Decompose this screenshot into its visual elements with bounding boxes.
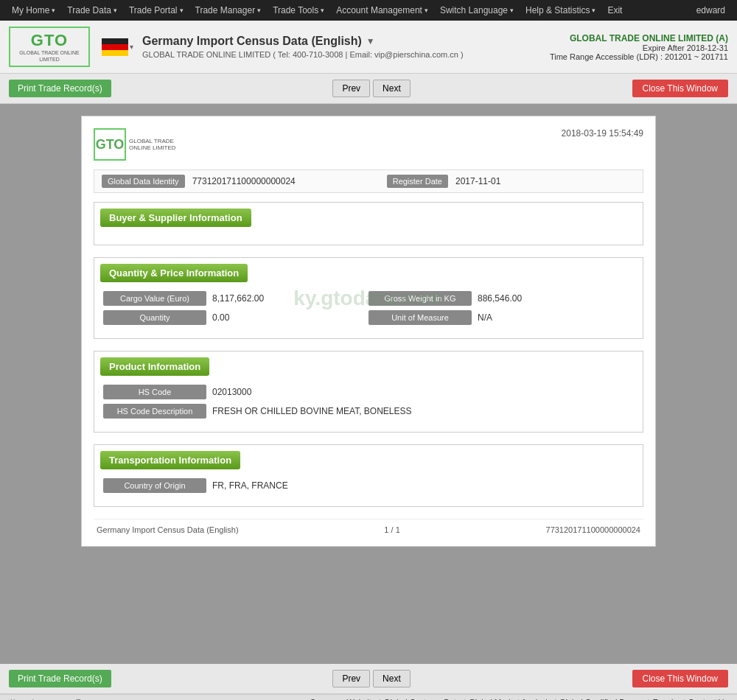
bottom-action-bar: Print Trade Record(s) Prev Next Close Th…: [0, 664, 737, 694]
record-timestamp: 2018-03-19 15:54:49: [562, 128, 643, 139]
transportation-header: Transportation Information: [100, 451, 240, 469]
footer-right: 773120171100000000024: [546, 525, 640, 534]
quantity-price-section: ky.gtodata.com Quantity & Price Informat…: [94, 257, 643, 339]
gross-weight-field: Gross Weight in KG 886,546.00: [368, 291, 634, 306]
quantity-label: Quantity: [103, 310, 206, 325]
country-origin-value: FR, FRA, FRANCE: [212, 480, 634, 491]
hs-code-desc-field-row: HS Code Description FRESH OR CHILLED BOV…: [103, 404, 634, 419]
buyer-supplier-section: Buyer & Supplier Information: [94, 202, 643, 245]
cargo-value-value: 8,117,662.00: [212, 293, 368, 304]
unit-of-measure-label: Unit of Measure: [368, 310, 472, 325]
gross-weight-value: 886,546.00: [478, 293, 634, 304]
gross-weight-label: Gross Weight in KG: [368, 291, 472, 306]
quantity-value: 0.00: [212, 312, 368, 323]
product-content: HS Code 02013000 HS Code Description FRE…: [94, 382, 643, 432]
register-date-value: 2017-11-01: [455, 176, 635, 186]
next-button-bottom[interactable]: Next: [373, 670, 411, 687]
top-action-bar: Print Trade Record(s) Prev Next Close Th…: [0, 74, 737, 104]
quantity-price-content: Cargo Value (Euro) 8,117,662.00 Gross We…: [94, 288, 643, 338]
country-origin-field-row: Country of Origin FR, FRA, FRANCE: [103, 478, 634, 493]
nav-my-home[interactable]: My Home ▾: [6, 0, 61, 21]
nav-trade-data[interactable]: Trade Data ▾: [61, 0, 123, 21]
card-logo: GTO GLOBAL TRADEONLINE LIMITED: [94, 128, 176, 161]
footer-center: 1 / 1: [384, 525, 399, 534]
header-bar: GTO GLOBAL TRADE ONLINE LIMITED ▾ German…: [0, 21, 737, 74]
hs-code-label: HS Code: [103, 385, 206, 399]
nav-trade-manager[interactable]: Trade Manager ▾: [189, 0, 268, 21]
product-section: Product Information HS Code 02013000 HS …: [94, 351, 643, 433]
unit-of-measure-value: N/A: [478, 312, 634, 323]
germany-flag: [102, 38, 128, 56]
transportation-content: Country of Origin FR, FRA, FRANCE: [94, 475, 643, 506]
icp-bar: 苏ICP备14033305号 Company Website | Global …: [0, 694, 737, 700]
hs-code-desc-label: HS Code Description: [103, 404, 206, 419]
title-dropdown-icon[interactable]: ▼: [366, 36, 375, 46]
chevron-down-icon: ▾: [510, 7, 514, 14]
nav-exit[interactable]: Exit: [601, 0, 628, 21]
close-button-top[interactable]: Close This Window: [632, 80, 728, 97]
quantity-field: Quantity 0.00: [103, 310, 368, 325]
header-subtitle: GLOBAL TRADE ONLINE LIMITED ( Tel: 400-7…: [142, 50, 550, 59]
logo-subtitle: GLOBAL TRADE ONLINE LIMITED: [15, 50, 84, 63]
identity-row: Global Data Identity 7731201711000000000…: [94, 169, 643, 193]
nav-trade-tools[interactable]: Trade Tools ▾: [267, 0, 330, 21]
register-date-label: Register Date: [387, 175, 448, 188]
nav-trade-portal[interactable]: Trade Portal ▾: [123, 0, 189, 21]
field-row-quantity: Quantity 0.00 Unit of Measure N/A: [103, 310, 634, 325]
card-header: GTO GLOBAL TRADEONLINE LIMITED 2018-03-1…: [94, 128, 643, 161]
hs-code-value: 02013000: [212, 387, 634, 397]
main-content: GTO GLOBAL TRADEONLINE LIMITED 2018-03-1…: [0, 104, 737, 664]
header-right-info: GLOBAL TRADE ONLINE LIMITED (A) Expire A…: [550, 33, 728, 61]
company-logo: GTO GLOBAL TRADE ONLINE LIMITED: [9, 27, 90, 67]
flag-dropdown-icon: ▾: [130, 43, 133, 51]
cargo-value-field: Cargo Value (Euro) 8,117,662.00: [103, 291, 368, 306]
unit-of-measure-field: Unit of Measure N/A: [368, 310, 634, 325]
close-button-bottom[interactable]: Close This Window: [632, 670, 728, 687]
chevron-down-icon: ▾: [321, 7, 324, 14]
card-footer: Germany Import Census Data (English) 1 /…: [94, 519, 643, 534]
print-button-top[interactable]: Print Trade Record(s): [9, 80, 111, 97]
chevron-down-icon: ▾: [113, 7, 117, 14]
print-button-bottom[interactable]: Print Trade Record(s): [9, 670, 111, 687]
chevron-down-icon: ▾: [180, 7, 184, 14]
chevron-down-icon: ▾: [425, 7, 428, 14]
prev-button-top[interactable]: Prev: [332, 80, 370, 97]
transportation-section: Transportation Information Country of Or…: [94, 444, 643, 507]
buyer-supplier-content: [94, 233, 643, 245]
nav-account-management[interactable]: Account Management ▾: [330, 0, 434, 21]
hs-code-field-row: HS Code 02013000: [103, 385, 634, 399]
header-title-area: Germany Import Census Data (English) ▼ G…: [142, 35, 550, 59]
country-origin-label: Country of Origin: [103, 478, 206, 493]
cargo-value-label: Cargo Value (Euro): [103, 291, 206, 306]
nav-switch-language[interactable]: Switch Language ▾: [434, 0, 520, 21]
chevron-down-icon: ▾: [257, 7, 261, 14]
logo-area: GTO GLOBAL TRADE ONLINE LIMITED: [9, 27, 90, 67]
global-data-identity-value: 773120171100000000024: [192, 176, 372, 186]
chevron-down-icon: ▾: [52, 7, 55, 14]
prev-button-bottom[interactable]: Prev: [332, 670, 370, 687]
hs-code-desc-value: FRESH OR CHILLED BOVINE MEAT, BONELESS: [212, 406, 634, 416]
company-name: GLOBAL TRADE ONLINE LIMITED (A): [550, 33, 728, 43]
field-row-cargo: Cargo Value (Euro) 8,117,662.00 Gross We…: [103, 291, 634, 306]
record-card: GTO GLOBAL TRADEONLINE LIMITED 2018-03-1…: [81, 116, 656, 547]
expire-date: Expire After 2018-12-31: [550, 43, 728, 52]
next-button-top[interactable]: Next: [373, 80, 411, 97]
product-header: Product Information: [100, 357, 209, 376]
pagination-buttons-bottom: Prev Next: [332, 670, 410, 687]
top-navigation: My Home ▾ Trade Data ▾ Trade Portal ▾ Tr…: [0, 0, 737, 21]
footer-left: Germany Import Census Data (English): [97, 525, 239, 534]
card-logo-subtitle: GLOBAL TRADEONLINE LIMITED: [129, 138, 176, 151]
logo-text: GTO: [31, 31, 68, 50]
global-data-identity-label: Global Data Identity: [102, 175, 185, 188]
chevron-down-icon: ▾: [592, 7, 595, 14]
buyer-supplier-header: Buyer & Supplier Information: [100, 209, 251, 227]
quantity-price-header: Quantity & Price Information: [100, 264, 248, 282]
time-range: Time Range Accessible (LDR) : 201201 ~ 2…: [550, 52, 728, 61]
flag-selector[interactable]: ▾: [102, 38, 133, 56]
nav-help-statistics[interactable]: Help & Statistics ▾: [520, 0, 601, 21]
page-title: Germany Import Census Data (English) ▼: [142, 35, 550, 48]
pagination-buttons-top: Prev Next: [332, 80, 410, 97]
user-account: edward: [691, 5, 731, 15]
card-logo-text: GTO: [96, 137, 125, 153]
